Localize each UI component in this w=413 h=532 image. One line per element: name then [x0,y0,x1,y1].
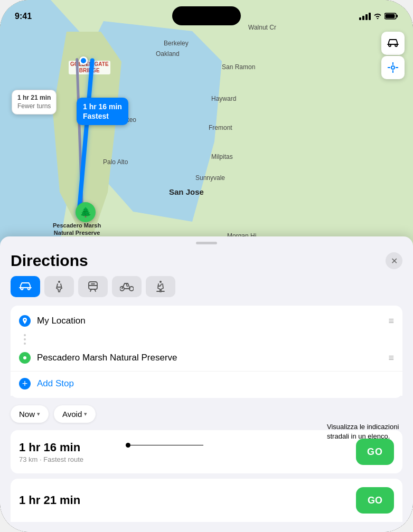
map-car-mode-button[interactable] [381,32,405,55]
directions-sheet: Directions ✕ [0,236,413,532]
go-button-alt[interactable]: GO [356,487,394,514]
go-label-fastest: GO [367,446,383,458]
options-row: Now ▾ Avoid ▾ [11,405,402,423]
destination-text: Pescadero Marsh Natural Preserve [37,353,382,363]
svg-point-8 [58,281,60,283]
route-fastest-label[interactable]: 1 hr 16 min Fastest [77,98,128,125]
transport-transit-button[interactable] [78,276,108,297]
phone-screen: 9:41 [0,0,413,532]
route-dot-2 [24,338,26,340]
avoid-option-pill[interactable]: Avoid ▾ [54,405,96,423]
map-label-berkeley: Berkeley [164,40,189,47]
map-label-sanjose: San Jose [169,187,204,196]
end-label-line2: Natural Preserve [53,229,101,236]
now-chevron-icon: ▾ [37,411,40,417]
map-label-sanramon: San Ramon [222,63,255,71]
transport-modes-bar [11,276,402,297]
route-alt-desc: Fewer turns [17,102,51,111]
route-alt-info: 1 hr 21 min [19,493,80,507]
route-card-alt[interactable]: 1 hr 21 min GO [11,479,402,522]
svg-rect-1 [397,15,398,17]
route-alt-duration: 1 hr 21 min [19,493,80,507]
route-dots [19,334,31,345]
svg-point-13 [23,356,26,359]
wifi-icon [373,12,382,21]
map-label-fremont: Fremont [209,124,232,131]
directions-title: Directions [11,252,88,270]
map-label-paloalto: Palo Alto [103,158,128,166]
sheet-content: Directions ✕ [0,244,413,522]
svg-point-12 [159,281,162,283]
add-stop-icon: + [19,378,31,390]
map-label-sunnyvale: Sunnyvale [195,174,225,182]
now-label: Now [19,410,35,419]
map-area: Richmond Berkeley Walnut Cr Oakland San … [0,0,413,248]
origin-row[interactable]: My Location ≡ [11,308,402,334]
annotation-dot [126,443,130,448]
go-label-alt: GO [368,495,382,506]
add-stop-text: Add Stop [37,378,74,389]
map-button-group [381,32,405,79]
map-location-button[interactable] [381,56,405,79]
annotation-text: Visualizza le indicazioni stradali in un… [327,422,409,441]
route-fastest-time: 1 hr 16 min [83,102,122,111]
annotation-line [127,445,203,445]
signal-bars [359,13,371,20]
avoid-chevron-icon: ▾ [84,411,87,417]
map-label-milpitas: Milpitas [211,153,233,160]
avoid-label: Avoid [62,410,82,419]
map-label-hayward: Hayward [211,95,236,102]
start-marker [79,56,88,65]
map-label-oakland: Oakland [156,50,180,58]
route-dot-1 [24,334,26,336]
route-separator [11,334,402,345]
origin-icon [19,315,31,327]
route-alt-label[interactable]: 1 hr 21 min Fewer turns [12,90,57,115]
destination-row[interactable]: Pescadero Marsh Natural Preserve ≡ [11,345,402,371]
route-dot-3 [24,343,26,345]
route-fastest-duration: 1 hr 16 min [19,441,83,454]
close-button[interactable]: ✕ [386,252,402,269]
end-marker-label: Pescadero Marsh Natural Preserve [53,222,101,237]
now-option-pill[interactable]: Now ▾ [11,405,49,423]
dynamic-island [172,6,241,25]
route-fastest-detail: 73 km · Fastest route [19,455,83,463]
status-time: 9:41 [15,12,32,21]
map-background: Richmond Berkeley Walnut Cr Oakland San … [0,0,413,248]
route-fastest-desc: Fastest [83,111,122,121]
route-fastest-info: 1 hr 16 min 73 km · Fastest route [19,441,83,463]
transport-bike-button[interactable] [112,276,142,297]
status-icons [359,12,398,21]
transport-hike-button[interactable] [146,276,175,297]
end-marker: 🌲 [76,202,96,222]
origin-handle-icon: ≡ [388,316,394,327]
svg-rect-2 [386,14,395,18]
transport-car-button[interactable] [11,276,40,297]
origin-text: My Location [37,316,382,326]
close-icon: ✕ [391,256,398,266]
add-stop-row[interactable]: + Add Stop [11,371,402,396]
end-marker-icon: 🌲 [80,206,91,218]
route-alt-time: 1 hr 21 min [17,94,51,102]
sheet-header: Directions ✕ [11,244,402,276]
go-button-fastest[interactable]: GO [356,439,394,465]
battery-icon [384,13,398,21]
route-inputs-container: My Location ≡ [11,306,402,398]
destination-handle-icon: ≡ [388,353,394,364]
destination-icon [19,352,31,364]
end-label-line1: Pescadero Marsh [53,222,101,229]
svg-point-3 [391,66,395,69]
transport-walk-button[interactable] [44,276,74,297]
phone-frame: 9:41 [0,0,413,532]
